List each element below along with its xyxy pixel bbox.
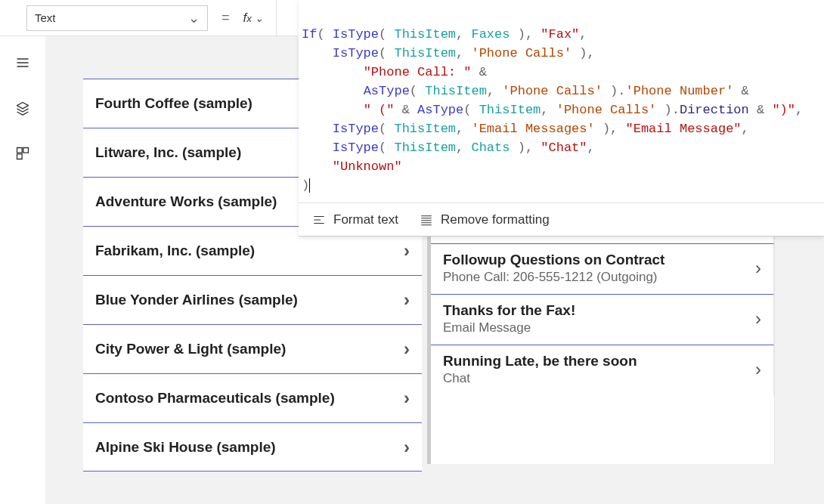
property-selector-value: Text — [35, 11, 56, 24]
property-selector[interactable]: Text ⌄ — [26, 5, 208, 31]
format-text-button[interactable]: Format text — [312, 212, 398, 227]
account-name: Fourth Coffee (sample) — [95, 95, 252, 112]
account-row[interactable]: Alpine Ski House (sample)› — [83, 422, 422, 472]
activity-blank-row — [431, 395, 774, 456]
activity-row[interactable]: Followup Questions on Contract Phone Cal… — [431, 243, 774, 294]
chevron-right-icon: › — [755, 359, 761, 380]
activity-row[interactable]: Running Late, be there soon Chat › — [431, 345, 774, 395]
chevron-right-icon: › — [404, 289, 410, 311]
remove-formatting-label: Remove formatting — [441, 212, 550, 227]
formula-editor[interactable]: If( IsType( ThisItem, Faxes ), "Fax", Is… — [299, 0, 824, 237]
account-name: Litware, Inc. (sample) — [95, 144, 241, 161]
remove-formatting-button[interactable]: Remove formatting — [420, 212, 550, 227]
layers-icon[interactable] — [15, 100, 30, 116]
account-name: Fabrikam, Inc. (sample) — [95, 243, 255, 259]
chevron-right-icon: › — [404, 240, 410, 261]
fx-button[interactable]: fx ⌄ — [243, 0, 277, 36]
chevron-right-icon: › — [755, 308, 761, 329]
chevron-right-icon: › — [404, 339, 410, 360]
account-name: City Power & Light (sample) — [95, 341, 286, 357]
activity-subtitle: Phone Call: 206-555-1212 (Outgoing) — [443, 270, 664, 285]
activity-title: Followup Questions on Contract — [443, 252, 664, 268]
formula-toolbar: Format text Remove formatting — [299, 203, 824, 236]
activity-subtitle: Email Message — [443, 320, 575, 335]
account-name: Contoso Pharmaceuticals (sample) — [95, 390, 335, 407]
account-row[interactable]: City Power & Light (sample)› — [83, 324, 422, 373]
chevron-down-icon: ⌄ — [255, 12, 264, 24]
fx-label: fx — [243, 11, 252, 26]
hamburger-icon[interactable] — [15, 55, 30, 70]
format-text-icon — [312, 213, 326, 227]
chevron-down-icon: ⌄ — [188, 10, 200, 26]
chevron-right-icon: › — [404, 388, 410, 409]
components-icon[interactable] — [15, 146, 30, 161]
activity-subtitle: Chat — [443, 371, 637, 386]
account-row[interactable]: Contoso Pharmaceuticals (sample)› — [83, 373, 422, 422]
account-row[interactable]: Blue Yonder Airlines (sample)› — [83, 275, 422, 324]
equals-label: = — [221, 10, 230, 26]
chevron-right-icon: › — [404, 437, 410, 458]
remove-formatting-icon — [420, 213, 433, 227]
account-name: Alpine Ski House (sample) — [95, 439, 276, 456]
activity-row[interactable]: Thanks for the Fax! Email Message › — [431, 294, 774, 345]
chevron-right-icon: › — [755, 258, 761, 279]
formula-code[interactable]: If( IsType( ThisItem, Faxes ), "Fax", Is… — [299, 0, 824, 203]
account-name: Adventure Works (sample) — [95, 193, 277, 210]
format-text-label: Format text — [333, 212, 398, 227]
activity-title: Thanks for the Fax! — [443, 302, 575, 319]
activity-title: Running Late, be there soon — [443, 353, 637, 369]
account-name: Blue Yonder Airlines (sample) — [95, 292, 298, 308]
left-nav-rail — [0, 36, 45, 504]
